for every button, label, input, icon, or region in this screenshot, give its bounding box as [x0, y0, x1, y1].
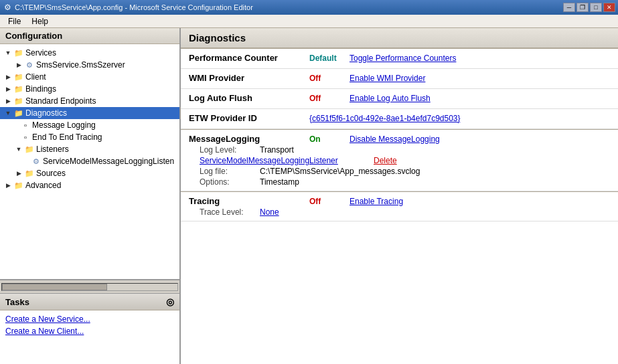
- tasks-header: Tasks ◎: [0, 294, 179, 310]
- tree-item-advanced[interactable]: ▶ 📁 Advanced: [0, 179, 179, 191]
- tree-item-bindings[interactable]: ▶ 📁 Bindings: [0, 83, 179, 95]
- status-wmi-provider: Off: [309, 74, 350, 83]
- tree-label-advanced: Advanced: [24, 181, 61, 190]
- scrollbar-thumb[interactable]: [2, 284, 107, 290]
- expander-smsservice[interactable]: ▶: [13, 60, 24, 70]
- section-message-logging: MessageLogging On Disable MessageLogging…: [181, 130, 618, 191]
- action-message-logging[interactable]: Disable MessageLogging: [350, 134, 440, 144]
- expander-services[interactable]: ▼: [3, 48, 13, 58]
- subrow-options: Options: Timestamp: [200, 177, 610, 187]
- node-icon-message-logging: ▫: [20, 120, 31, 130]
- folder-icon-sources: 📁: [24, 168, 35, 179]
- title-bar-buttons: ─ ❐ □ ✕: [563, 3, 615, 12]
- tree-item-message-logging[interactable]: ▫ Message Logging: [0, 119, 179, 131]
- tree-item-standard-endpoints[interactable]: ▶ 📁 Standard Endpoints: [0, 95, 179, 107]
- action-log-auto-flush[interactable]: Enable Log Auto Flush: [350, 94, 431, 103]
- value-log-level: Transport: [260, 145, 294, 155]
- expander-advanced[interactable]: ▶: [3, 180, 13, 191]
- folder-icon-client: 📁: [13, 72, 24, 82]
- value-trace-level[interactable]: None: [260, 207, 279, 217]
- listener-row: ServiceModelMessageLoggingListener Delet…: [200, 156, 610, 165]
- title-wmi-provider: WMI Provider: [189, 73, 309, 83]
- tree-item-diagnostics[interactable]: ▼ 📁 Diagnostics: [0, 107, 179, 119]
- value-etw-provider[interactable]: {c651f5f6-1c0d-492e-8ae1-b4efd7c9d503}: [309, 114, 461, 123]
- title-tracing: Tracing: [189, 196, 309, 206]
- create-service-link[interactable]: Create a New Service...: [5, 314, 174, 324]
- tree-item-services[interactable]: ▼ 📁 Services: [0, 47, 179, 59]
- subrow-trace-level: Trace Level: None: [200, 207, 610, 217]
- tasks-panel: Tasks ◎ Create a New Service... Create a…: [0, 293, 179, 364]
- tree-item-listeners[interactable]: ▼ 📁 Listeners: [0, 143, 179, 155]
- folder-icon-standard-endpoints: 📁: [13, 96, 24, 106]
- label-log-level: Log Level:: [200, 145, 260, 155]
- main-container: Configuration ▼ 📁 Services ▶ ⚙ SmsServic…: [0, 28, 618, 364]
- subrow-log-file: Log file: C:\TEMP\SmsService\App_message…: [200, 167, 610, 176]
- expander-bindings[interactable]: ▶: [3, 84, 13, 94]
- row-message-logging: MessageLogging On Disable MessageLogging: [189, 134, 610, 144]
- expander-listeners[interactable]: ▼: [13, 144, 24, 155]
- listener-link[interactable]: ServiceModelMessageLoggingListener: [200, 156, 360, 165]
- maximize-button[interactable]: □: [590, 3, 602, 12]
- restore-button[interactable]: ❐: [576, 3, 589, 12]
- section-etw-provider: ETW Provider ID {c651f5f6-1c0d-492e-8ae1…: [181, 109, 618, 129]
- subrow-log-level: Log Level: Transport: [200, 145, 610, 155]
- label-options: Options:: [200, 177, 260, 187]
- tree-item-client[interactable]: ▶ 📁 Client: [0, 71, 179, 83]
- expander-standard-endpoints[interactable]: ▶: [3, 96, 13, 106]
- tasks-label: Tasks: [5, 297, 29, 307]
- tree-item-servicemodelistener[interactable]: ⚙ ServiceModelMessageLoggingListen: [0, 155, 179, 167]
- tree-label-services: Services: [24, 48, 56, 58]
- status-log-auto-flush: Off: [309, 94, 350, 103]
- row-performance-counter: Performance Counter Default Toggle Perfo…: [189, 53, 610, 63]
- folder-icon-bindings: 📁: [13, 84, 24, 94]
- folder-icon-advanced: 📁: [13, 180, 24, 191]
- horizontal-scrollbar[interactable]: [0, 280, 179, 293]
- node-icon-end-to-end-tracing: ▫: [20, 132, 31, 143]
- tree-label-end-to-end-tracing: End To End Tracing: [31, 132, 102, 142]
- row-etw-provider: ETW Provider ID {c651f5f6-1c0d-492e-8ae1…: [189, 113, 610, 123]
- expander-message-logging: [13, 120, 20, 130]
- folder-icon-services: 📁: [13, 48, 24, 58]
- expander-sources[interactable]: ▶: [13, 168, 24, 179]
- tree-item-sources[interactable]: ▶ 📁 Sources: [0, 167, 179, 179]
- tree-item-end-to-end-tracing[interactable]: ▫ End To End Tracing: [0, 131, 179, 143]
- title-bar-text: C:\TEMP\SmsService\App.config - Microsof…: [15, 3, 253, 11]
- menu-file[interactable]: File: [3, 15, 26, 27]
- tree-container: ▼ 📁 Services ▶ ⚙ SmsService.SmsSzerver ▶…: [0, 44, 179, 280]
- gear-icon-smsservice: ⚙: [24, 60, 35, 70]
- tree-label-listeners: Listeners: [35, 145, 69, 154]
- create-client-link[interactable]: Create a New Client...: [5, 327, 174, 336]
- tree-label-servicemodelistener: ServiceModelMessageLoggingListen: [42, 157, 174, 166]
- action-tracing[interactable]: Enable Tracing: [350, 197, 403, 206]
- expander-diagnostics[interactable]: ▼: [3, 108, 13, 118]
- tree-label-smsservice: SmsService.SmsSzerver: [35, 60, 125, 70]
- action-performance-counter[interactable]: Toggle Performance Counters: [350, 54, 456, 63]
- tree-label-client: Client: [24, 72, 46, 82]
- section-performance-counter: Performance Counter Default Toggle Perfo…: [181, 49, 618, 69]
- title-etw-provider: ETW Provider ID: [189, 113, 309, 123]
- expander-client[interactable]: ▶: [3, 72, 13, 82]
- title-message-logging: MessageLogging: [189, 134, 309, 144]
- title-bar: ⚙ C:\TEMP\SmsService\App.config - Micros…: [0, 0, 618, 15]
- folder-icon-diagnostics: 📁: [13, 108, 24, 118]
- status-tracing: Off: [309, 197, 350, 206]
- section-tracing: Tracing Off Enable Tracing Trace Level: …: [181, 192, 618, 221]
- config-header: Configuration: [0, 28, 179, 44]
- minimize-button[interactable]: ─: [563, 3, 575, 12]
- status-performance-counter: Default: [309, 54, 350, 63]
- close-button[interactable]: ✕: [603, 3, 615, 12]
- tree-label-bindings: Bindings: [24, 84, 56, 94]
- scrollbar-track[interactable]: [1, 283, 178, 291]
- right-content: Performance Counter Default Toggle Perfo…: [181, 49, 618, 221]
- label-log-file: Log file:: [200, 167, 260, 176]
- tasks-collapse-icon[interactable]: ◎: [166, 296, 174, 307]
- delete-link[interactable]: Delete: [374, 156, 397, 165]
- menu-help[interactable]: Help: [26, 15, 54, 27]
- menu-bar: File Help: [0, 15, 618, 28]
- title-log-auto-flush: Log Auto Flush: [189, 93, 309, 103]
- tree-item-smsservice[interactable]: ▶ ⚙ SmsService.SmsSzerver: [0, 59, 179, 71]
- left-panel: Configuration ▼ 📁 Services ▶ ⚙ SmsServic…: [0, 28, 181, 364]
- tree-label-message-logging: Message Logging: [31, 120, 96, 130]
- action-wmi-provider[interactable]: Enable WMI Provider: [350, 74, 425, 83]
- tree-label-diagnostics: Diagnostics: [24, 108, 67, 118]
